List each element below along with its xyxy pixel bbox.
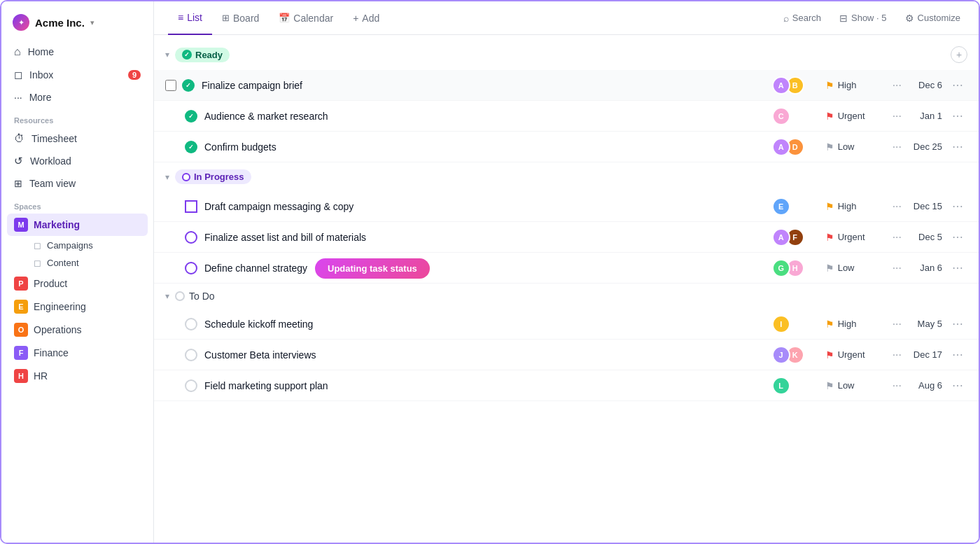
more-btn[interactable]: ⋯: [948, 316, 967, 332]
toolbar: ≡ List ⊞ Board 📅 Calendar + Add ⌕ Search: [154, 1, 979, 35]
timesheet-icon: ⏱: [14, 132, 24, 144]
more-btn[interactable]: ⋯: [948, 77, 967, 93]
ready-badge: ✓ Ready: [175, 48, 230, 62]
tab-calendar[interactable]: 📅 Calendar: [269, 1, 343, 35]
status-icon-green3: ✓: [185, 141, 197, 153]
search-button[interactable]: ⌕ Search: [779, 10, 825, 27]
priority-col: ⚑ High: [825, 319, 888, 330]
sidebar-item-timesheet[interactable]: ⏱ Timesheet: [7, 127, 148, 149]
tab-list[interactable]: ≡ List: [168, 1, 212, 35]
sidebar-logo[interactable]: ✦ Acme Inc. ▾: [1, 10, 153, 41]
task-date: Dec 25: [906, 141, 942, 152]
space-item-product[interactable]: P Product: [7, 272, 148, 295]
flag-urgent-icon2: ⚑: [825, 232, 834, 243]
status-icon-blue3[interactable]: [185, 262, 197, 274]
priority-col: ⚑ High: [825, 201, 888, 212]
more-btn[interactable]: ⋯: [948, 260, 967, 276]
more-btn[interactable]: ⋯: [948, 198, 967, 214]
sidebar-item-inbox[interactable]: ◻ Inbox 9: [7, 64, 148, 86]
task-date: Jan 6: [906, 263, 942, 273]
status-icon-blue2: [185, 231, 197, 244]
avatar: E: [772, 197, 790, 216]
priority-col: ⚑ High: [825, 80, 888, 91]
sidebar-item-teamview[interactable]: ⊞ Team view: [7, 173, 148, 194]
workload-icon: ↺: [14, 155, 23, 167]
avatar: A: [772, 76, 790, 95]
folder-icon: ◻: [34, 240, 41, 251]
inprogress-dot: [182, 173, 190, 181]
flag-low-icon2: ⚑: [825, 263, 834, 274]
hr-badge: H: [14, 369, 28, 383]
collapse-ready-btn[interactable]: ▾: [165, 50, 169, 60]
collapse-inprogress-btn[interactable]: ▾: [165, 172, 169, 182]
status-icon-empty2: [185, 349, 197, 361]
inbox-icon: ◻: [14, 69, 22, 81]
dots-btn[interactable]: ···: [888, 199, 906, 214]
task-name: Schedule kickoff meeting: [204, 319, 772, 330]
task-avatars: L: [772, 377, 814, 395]
customize-button[interactable]: ⚙ Customize: [901, 10, 965, 27]
dots-btn[interactable]: ···: [888, 139, 906, 155]
flag-low-icon: ⚑: [825, 141, 834, 153]
collapse-todo-btn[interactable]: ▾: [165, 291, 169, 301]
more-btn[interactable]: ⋯: [948, 229, 967, 245]
sidebar-item-workload[interactable]: ↺ Workload: [7, 150, 148, 172]
task-checkbox[interactable]: [165, 80, 176, 91]
sub-item-content[interactable]: ◻ Content: [27, 254, 148, 272]
task-date: Jan 1: [906, 111, 942, 121]
space-item-hr[interactable]: H HR: [7, 365, 148, 387]
table-row: Draft campaign messaging & copy E ⚑ High…: [154, 191, 979, 222]
group-ready: ▾ ✓ Ready + ✓ Finalize campaign brief A …: [154, 39, 979, 162]
space-item-engineering[interactable]: E Engineering: [7, 295, 148, 318]
group-inprogress: ▾ In Progress Draft campaign messaging &…: [154, 162, 979, 284]
space-item-marketing[interactable]: M Marketing: [7, 214, 148, 236]
more-btn[interactable]: ⋯: [948, 108, 967, 124]
status-icon-green: ✓: [182, 79, 195, 92]
flag-urgent-icon3: ⚑: [825, 349, 834, 361]
inbox-label: Inbox: [29, 69, 53, 81]
add-task-ready-btn[interactable]: +: [951, 46, 967, 63]
avatar: C: [772, 107, 790, 125]
sidebar-item-home[interactable]: ⌂ Home: [7, 41, 148, 63]
task-name: Audience & market research: [204, 111, 772, 122]
dots-btn[interactable]: ···: [888, 347, 906, 363]
flag-high-icon2: ⚑: [825, 201, 834, 212]
list-icon: ≡: [178, 12, 183, 23]
dots-btn[interactable]: ···: [888, 316, 906, 332]
sidebar-item-more[interactable]: ··· More: [7, 87, 148, 108]
calendar-icon: 📅: [279, 13, 290, 23]
status-icon-green2: ✓: [185, 110, 197, 123]
task-date: Dec 5: [906, 232, 942, 242]
avatar: L: [772, 377, 790, 395]
priority-col: ⚑ Urgent: [825, 111, 888, 122]
space-item-operations[interactable]: O Operations: [7, 319, 148, 341]
resources-section-label: Resources: [1, 108, 153, 127]
table-row: Finalize asset list and bill of material…: [154, 222, 979, 253]
task-name: Finalize campaign brief: [202, 80, 772, 91]
tab-board[interactable]: ⊞ Board: [212, 1, 269, 35]
space-item-finance[interactable]: F Finance: [7, 342, 148, 364]
show-button[interactable]: ⊟ Show · 5: [835, 10, 891, 27]
task-avatars: A B: [772, 76, 814, 95]
group-header-todo: ▾ To Do: [154, 284, 979, 309]
tab-add[interactable]: + Add: [343, 1, 389, 35]
more-btn[interactable]: ⋯: [948, 139, 967, 155]
team-icon: ⊞: [14, 178, 22, 189]
more-btn[interactable]: ⋯: [948, 347, 967, 363]
avatar: J: [772, 346, 790, 364]
sub-item-campaigns[interactable]: ◻ Campaigns: [27, 237, 148, 254]
search-icon: ⌕: [783, 13, 789, 24]
dots-btn[interactable]: ···: [888, 378, 906, 393]
board-icon: ⊞: [222, 13, 230, 23]
task-avatars: G H: [772, 259, 814, 277]
priority-col: ⚑ Low: [825, 380, 888, 391]
task-name: Confirm budgets: [204, 141, 772, 153]
dots-btn[interactable]: ···: [888, 109, 906, 124]
dots-btn[interactable]: ···: [888, 260, 906, 276]
more-btn[interactable]: ⋯: [948, 377, 967, 393]
dots-btn[interactable]: ···: [888, 230, 906, 245]
more-label: More: [29, 92, 52, 103]
toolbar-tabs: ≡ List ⊞ Board 📅 Calendar + Add: [168, 1, 779, 35]
dots-btn[interactable]: ···: [888, 78, 906, 93]
marketing-badge: M: [14, 218, 28, 232]
